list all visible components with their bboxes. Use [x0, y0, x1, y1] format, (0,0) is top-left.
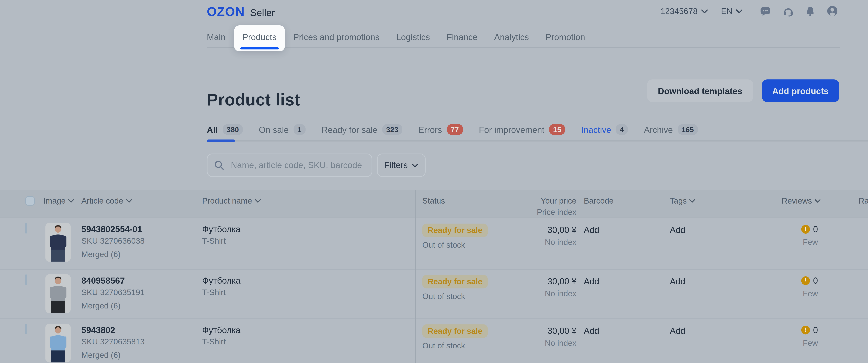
barcode-add-link[interactable]: Add [584, 326, 599, 336]
product-subtitle: T-Shirt [202, 236, 226, 246]
chevron-down-icon [814, 199, 820, 203]
product-search[interactable] [207, 154, 372, 177]
barcode-add-link[interactable]: Add [584, 225, 599, 235]
tab-main[interactable]: Main [207, 32, 225, 42]
filter-tab-archive[interactable]: Archive 165 [644, 124, 698, 135]
filters-button[interactable]: Filters [377, 154, 426, 177]
select-all-checkbox[interactable] [25, 196, 35, 206]
merged-label: Merged (6) [82, 301, 121, 310]
nav-divider [207, 48, 840, 48]
column-reviews[interactable]: Reviews [763, 196, 821, 206]
merged-label: Merged (6) [82, 250, 121, 259]
row-checkbox[interactable] [25, 223, 27, 233]
topbar-icons [760, 5, 838, 17]
filter-tab-on-sale[interactable]: On sale 1 [259, 124, 306, 135]
count-badge: 4 [616, 124, 628, 135]
chevron-down-icon [68, 199, 74, 203]
stock-status: Out of stock [422, 292, 465, 301]
column-image[interactable]: Image [43, 196, 74, 206]
product-image[interactable] [45, 223, 71, 262]
tab-finance[interactable]: Finance [447, 32, 477, 42]
tags-add-link[interactable]: Add [670, 276, 685, 286]
filter-tab-all[interactable]: All 380 [207, 124, 243, 135]
price: 30,00 ¥ [496, 326, 576, 336]
product-name: Футболка [202, 325, 241, 335]
count-badge: 380 [222, 124, 243, 135]
tab-analytics[interactable]: Analytics [494, 32, 529, 42]
status-badge: Ready for sale [422, 223, 488, 237]
tab-prices-and-promotions[interactable]: Prices and promotions [293, 32, 379, 42]
table-row: 5943802554-01 SKU 3270636038 Merged (6) … [0, 218, 868, 270]
search-input[interactable] [229, 160, 365, 171]
ozon-logo[interactable]: ozon Seller [207, 5, 275, 20]
column-barcode: Barcode [584, 196, 614, 206]
product-name: Футболка [202, 224, 241, 234]
filter-tab-inactive[interactable]: Inactive 4 [581, 124, 628, 135]
stock-status: Out of stock [422, 341, 465, 351]
topbar-right: 12345678 EN [660, 5, 838, 17]
reviews-note: Few [761, 338, 818, 348]
merged-label: Merged (6) [82, 351, 121, 360]
notifications-bell-icon[interactable] [805, 6, 815, 16]
seller-label: Seller [250, 7, 275, 18]
main-nav: Main Products Prices and promotions Logi… [207, 32, 585, 42]
tab-logistics[interactable]: Logistics [396, 32, 430, 42]
search-icon [214, 160, 224, 170]
product-subtitle: T-Shirt [202, 288, 226, 297]
account-dropdown[interactable]: 12345678 [660, 6, 708, 16]
column-your-price: Your price [496, 196, 576, 206]
add-products-button[interactable]: Add products [762, 79, 839, 102]
column-status: Status [422, 196, 445, 206]
column-price-index: Price index [496, 208, 576, 217]
download-templates-button[interactable]: Download templates [647, 79, 753, 102]
chevron-down-icon [126, 199, 132, 203]
ozon-logo-text: ozon [207, 5, 245, 20]
column-article-code[interactable]: Article code [82, 196, 132, 206]
stock-status: Out of stock [422, 240, 465, 250]
price: 30,00 ¥ [496, 225, 576, 235]
price-index: No index [496, 289, 576, 298]
filter-tab-errors[interactable]: Errors 77 [418, 124, 463, 135]
language-dropdown[interactable]: EN [721, 6, 743, 16]
column-divider [415, 190, 415, 363]
reviews-count: 0 [813, 224, 818, 234]
row-checkbox[interactable] [25, 325, 27, 334]
count-badge: 323 [382, 124, 402, 135]
warning-icon: ! [801, 276, 810, 285]
tags-add-link[interactable]: Add [670, 225, 685, 235]
table-header: Image Article code Product name Status Y… [0, 190, 868, 218]
tab-promotion[interactable]: Promotion [546, 32, 585, 42]
status-badge: Ready for sale [422, 325, 488, 338]
column-product-name[interactable]: Product name [202, 196, 260, 206]
chevron-down-icon [412, 163, 418, 167]
product-name: Футболка [202, 276, 241, 286]
chevron-down-icon [689, 199, 695, 203]
price-index: No index [496, 238, 576, 247]
profile-avatar-icon[interactable] [827, 5, 838, 17]
active-tab-underline [240, 48, 278, 50]
product-image[interactable] [45, 324, 71, 362]
count-badge: 1 [293, 124, 306, 135]
page-actions: Download templates Add products [647, 79, 839, 102]
chevron-down-icon [736, 9, 743, 13]
column-rating[interactable]: Rating [859, 196, 868, 206]
support-headset-icon[interactable] [783, 6, 794, 16]
filter-tab-ready-for-sale[interactable]: Ready for sale 323 [321, 124, 402, 135]
sku: SKU 3270635191 [82, 288, 145, 297]
article-code: 840958567 [82, 276, 125, 286]
tab-products[interactable]: Products [235, 25, 284, 52]
chat-icon[interactable] [760, 6, 771, 16]
filter-tabs-track [207, 140, 868, 142]
reviews-note: Few [761, 289, 818, 298]
language-code: EN [721, 6, 733, 16]
filter-tab-for-improvement[interactable]: For improvement 15 [479, 124, 565, 135]
reviews-count: 0 [813, 276, 818, 286]
price-index: No index [496, 338, 576, 348]
barcode-add-link[interactable]: Add [584, 276, 599, 286]
article-code: 5943802 [82, 325, 115, 335]
product-image[interactable] [45, 274, 71, 313]
row-checkbox[interactable] [25, 275, 27, 284]
product-table: Image Article code Product name Status Y… [0, 190, 868, 363]
column-tags[interactable]: Tags [670, 196, 695, 206]
tags-add-link[interactable]: Add [670, 326, 685, 336]
